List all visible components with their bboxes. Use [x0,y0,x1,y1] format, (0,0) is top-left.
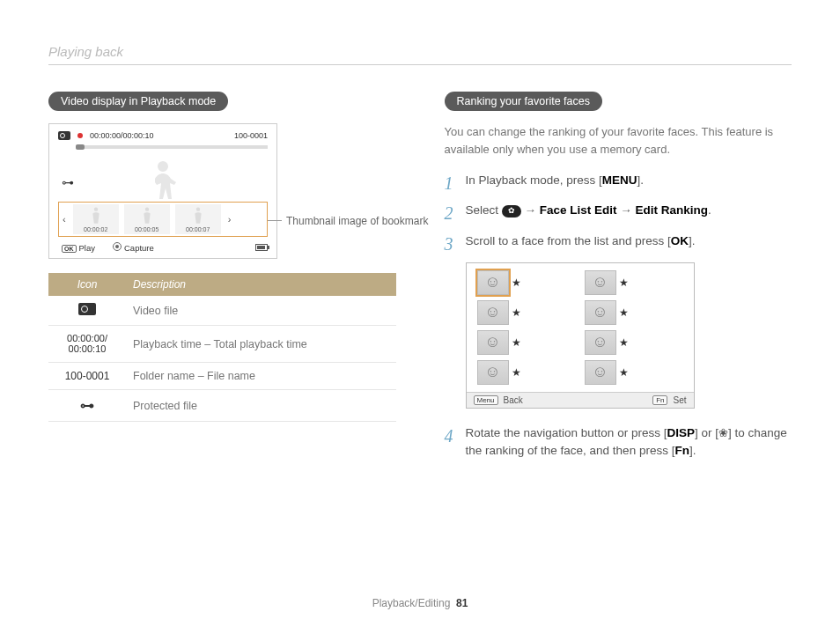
record-dot-icon [77,133,83,138]
face-2[interactable]: ☺★ [585,270,683,295]
table-row: 00:00:00/00:00:10 Playback time – Total … [48,326,396,363]
silhouette-figure [145,156,181,209]
th-desc: Description [126,273,396,296]
play-label: Play [79,243,95,253]
right-column: Ranking your favorite faces You can chan… [445,92,792,472]
next-arrow-icon[interactable]: › [226,214,233,225]
intro-text: You can change the ranking of your favor… [445,123,792,158]
face-6[interactable]: ☺★ [585,330,683,355]
step-3: Scroll to a face from the list and press… [445,232,792,250]
th-icon: Icon [48,273,126,296]
page-footer: Playback/Editing 81 [0,597,840,609]
step-2: Select → Face List Edit → Edit Ranking. [445,202,792,219]
video-file-icon [78,303,96,315]
set-label: Set [673,395,686,405]
callout-label: Thumbnail image of bookmark [286,215,428,227]
capture-label: Capture [124,243,154,253]
lock-icon: ⊶ [62,175,74,189]
ok-key: OK [671,234,689,247]
face-ranking-panel: ☺★ ☺★ ☺★ ☺★ ☺★ ☺★ ☺★ ☺★ Menu Back Fn Set [466,262,695,409]
fn-button-label: Fn [652,395,667,405]
left-pill-heading: Video display in Playback mode [48,92,228,111]
step-1: In Playback mode, press [MENU]. [445,172,792,189]
video-icon [58,131,70,140]
back-label: Back [504,395,523,405]
prev-arrow-icon[interactable]: ‹ [61,214,68,225]
face-7[interactable]: ☺★ [477,360,576,385]
progress-bar [76,145,268,149]
battery-icon [255,244,268,251]
folder-file-text: 100-0001 [48,363,126,390]
face-8[interactable]: ☺★ [585,360,683,385]
face-3[interactable]: ☺★ [477,300,576,325]
left-column: Video display in Playback mode 00:00:00/… [48,92,396,472]
file-name-text: 100-0001 [234,131,268,140]
svg-point-2 [195,207,199,210]
thumb-3[interactable]: 00:00:07 [175,204,221,234]
protected-lock-icon: ⊶ [80,398,94,413]
video-display-panel: 00:00:00/00:00:10 100-0001 ⊶ ‹ 00:00:02 … [48,123,277,259]
step-4: Rotate the navigation button or press [D… [445,424,792,461]
ok-button-icon: OK [62,245,77,253]
disp-key: DISP [667,426,695,439]
svg-point-0 [93,207,97,210]
svg-point-1 [144,207,148,210]
face-4[interactable]: ☺★ [585,300,683,325]
macro-flower-icon: ❀ [718,424,728,442]
steps-list: In Playback mode, press [MENU]. Select →… [445,172,792,250]
menu-key: MENU [602,173,637,187]
right-pill-heading: Ranking your favorite faces [445,92,602,111]
face-1[interactable]: ☺★ [477,270,576,295]
page-section-header: Playing back [48,44,792,65]
table-row: 100-0001 Folder name – File name [48,363,396,390]
time-icon-text: 00:00:00/00:00:10 [67,333,107,354]
thumb-1[interactable]: 00:00:02 [73,204,119,234]
playback-time-text: 00:00:00/00:00:10 [90,131,154,140]
table-row: ⊶ Protected file [48,390,396,422]
thumb-2[interactable]: 00:00:05 [124,204,170,234]
face-5[interactable]: ☺★ [477,330,576,355]
settings-badge-icon [502,205,521,217]
table-row: Video file [48,296,396,326]
fn-key: Fn [674,444,689,457]
icon-description-table: Icon Description Video file 00:00:00/00:… [48,273,396,422]
shutter-icon [113,242,122,251]
bookmark-thumbnail-row: ‹ 00:00:02 00:00:05 00:00:07 › [58,202,268,237]
menu-button-label: Menu [474,395,498,405]
